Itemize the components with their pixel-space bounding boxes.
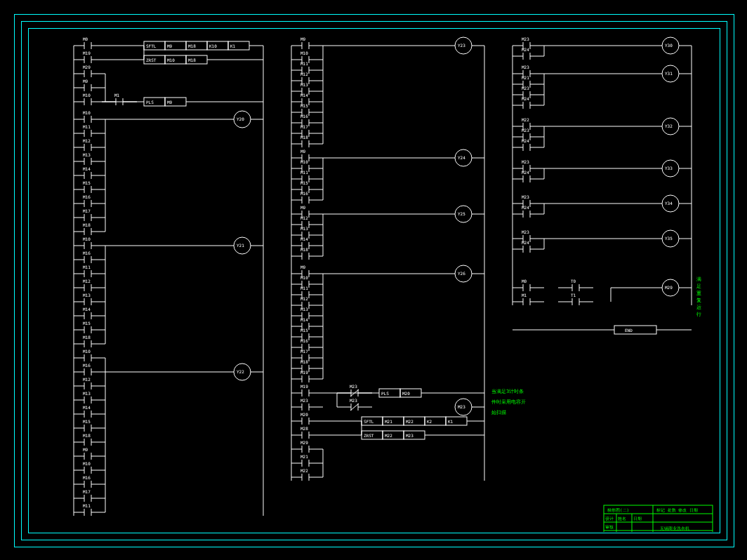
svg-text:Y30: Y30 bbox=[665, 43, 673, 48]
svg-text:M23: M23 bbox=[522, 65, 529, 69]
svg-text:审核: 审核 bbox=[605, 524, 614, 529]
svg-text:Y22: Y22 bbox=[237, 369, 244, 374]
svg-text:M29: M29 bbox=[300, 440, 308, 445]
svg-text:END: END bbox=[625, 328, 633, 333]
svg-text:M9: M9 bbox=[300, 149, 306, 154]
svg-text:M12: M12 bbox=[300, 215, 308, 220]
svg-text:M11: M11 bbox=[300, 61, 308, 66]
svg-text:M12: M12 bbox=[300, 296, 308, 301]
svg-text:M23: M23 bbox=[522, 128, 529, 133]
svg-text:M24: M24 bbox=[522, 96, 529, 101]
svg-text:M24: M24 bbox=[522, 205, 529, 210]
svg-text:M17: M17 bbox=[300, 349, 308, 354]
svg-text:M18: M18 bbox=[188, 44, 196, 48]
svg-text:M15: M15 bbox=[300, 328, 308, 333]
svg-text:T1: T1 bbox=[571, 293, 576, 298]
svg-text:M10: M10 bbox=[83, 349, 91, 354]
svg-text:Y21: Y21 bbox=[237, 243, 244, 248]
svg-text:M16: M16 bbox=[300, 338, 308, 343]
svg-rect-611 bbox=[614, 326, 656, 334]
svg-text:足: 足 bbox=[696, 284, 701, 289]
svg-text:M11: M11 bbox=[300, 170, 308, 175]
svg-text:M13: M13 bbox=[83, 293, 91, 298]
svg-text:M9: M9 bbox=[300, 205, 306, 210]
svg-text:M23: M23 bbox=[522, 229, 529, 234]
svg-text:M10: M10 bbox=[167, 58, 175, 62]
svg-text:Y31: Y31 bbox=[665, 71, 673, 76]
svg-text:M23: M23 bbox=[406, 433, 414, 438]
svg-text:M14: M14 bbox=[83, 166, 91, 171]
svg-text:M22: M22 bbox=[385, 433, 392, 438]
svg-text:M9: M9 bbox=[167, 100, 173, 105]
svg-text:M17: M17 bbox=[300, 124, 308, 129]
svg-text:M11: M11 bbox=[300, 286, 308, 291]
svg-text:日期: 日期 bbox=[633, 516, 642, 521]
svg-text:M10: M10 bbox=[300, 51, 308, 55]
svg-text:M18: M18 bbox=[83, 335, 91, 340]
svg-text:M13: M13 bbox=[83, 152, 91, 157]
svg-text:M9: M9 bbox=[83, 79, 88, 84]
svg-text:M17: M17 bbox=[83, 489, 91, 494]
svg-text:Y34: Y34 bbox=[665, 201, 673, 206]
svg-text:重: 重 bbox=[696, 291, 701, 296]
svg-text:K10: K10 bbox=[209, 44, 217, 48]
svg-text:M14: M14 bbox=[300, 317, 308, 322]
svg-line-421 bbox=[350, 404, 359, 411]
svg-text:M20: M20 bbox=[402, 391, 410, 396]
svg-text:PLS: PLS bbox=[381, 391, 389, 396]
svg-text:M24: M24 bbox=[522, 47, 529, 52]
svg-text:M21: M21 bbox=[385, 419, 392, 424]
svg-text:M13: M13 bbox=[300, 307, 308, 312]
svg-text:M23: M23 bbox=[522, 159, 529, 164]
svg-text:件时采用电容开: 件时采用电容开 bbox=[491, 399, 526, 405]
svg-text:M10: M10 bbox=[83, 110, 91, 115]
svg-text:M10: M10 bbox=[300, 275, 308, 280]
svg-text:M14: M14 bbox=[300, 236, 308, 241]
svg-text:M15: M15 bbox=[300, 103, 308, 108]
svg-text:M1: M1 bbox=[114, 93, 120, 98]
svg-text:M18: M18 bbox=[300, 359, 308, 364]
svg-text:姓名: 姓名 bbox=[618, 516, 626, 521]
svg-text:ZRST: ZRST bbox=[146, 58, 157, 62]
svg-text:M12: M12 bbox=[300, 72, 308, 76]
svg-text:M23: M23 bbox=[300, 398, 308, 403]
svg-text:M10: M10 bbox=[83, 93, 91, 98]
svg-text:M23: M23 bbox=[458, 404, 465, 409]
svg-text:M22: M22 bbox=[300, 468, 308, 473]
svg-text:K1: K1 bbox=[230, 44, 236, 48]
svg-text:M10: M10 bbox=[83, 236, 91, 241]
svg-text:M11: M11 bbox=[83, 124, 91, 129]
svg-text:M18: M18 bbox=[300, 135, 308, 140]
svg-text:当满足3计时条: 当满足3计时条 bbox=[491, 389, 524, 394]
svg-text:M16: M16 bbox=[83, 194, 91, 199]
svg-text:M24: M24 bbox=[522, 138, 529, 143]
svg-text:M11: M11 bbox=[83, 265, 91, 269]
svg-text:ZRST: ZRST bbox=[364, 433, 374, 438]
svg-text:Y32: Y32 bbox=[665, 124, 673, 128]
svg-text:Y24: Y24 bbox=[458, 155, 465, 160]
svg-text:梯形图(二): 梯形图(二) bbox=[607, 507, 629, 512]
svg-text:M20: M20 bbox=[300, 412, 308, 417]
svg-text:M9: M9 bbox=[167, 44, 173, 48]
svg-text:M29: M29 bbox=[83, 65, 91, 69]
svg-text:M16: M16 bbox=[83, 251, 91, 255]
svg-text:Y23: Y23 bbox=[458, 43, 465, 48]
svg-text:M14: M14 bbox=[83, 405, 91, 410]
svg-text:M18: M18 bbox=[188, 58, 196, 62]
svg-text:M16: M16 bbox=[300, 191, 308, 196]
svg-text:M14: M14 bbox=[83, 307, 91, 312]
svg-text:M19: M19 bbox=[300, 384, 308, 389]
svg-text:M0: M0 bbox=[522, 279, 527, 284]
svg-text:M13: M13 bbox=[300, 82, 308, 87]
svg-text:标记 处数 修改 日期: 标记 处数 修改 日期 bbox=[656, 507, 698, 512]
svg-text:M22: M22 bbox=[522, 117, 529, 122]
svg-text:M21: M21 bbox=[300, 454, 308, 459]
svg-text:M15: M15 bbox=[83, 419, 91, 424]
svg-text:Y33: Y33 bbox=[665, 166, 673, 171]
svg-text:M14: M14 bbox=[300, 93, 308, 98]
svg-text:无锡商业洗衣机: 无锡商业洗衣机 bbox=[660, 526, 689, 531]
svg-text:M29: M29 bbox=[665, 285, 673, 290]
svg-text:Y25: Y25 bbox=[458, 211, 465, 216]
svg-text:Y35: Y35 bbox=[665, 236, 673, 241]
svg-text:M19: M19 bbox=[83, 51, 91, 55]
